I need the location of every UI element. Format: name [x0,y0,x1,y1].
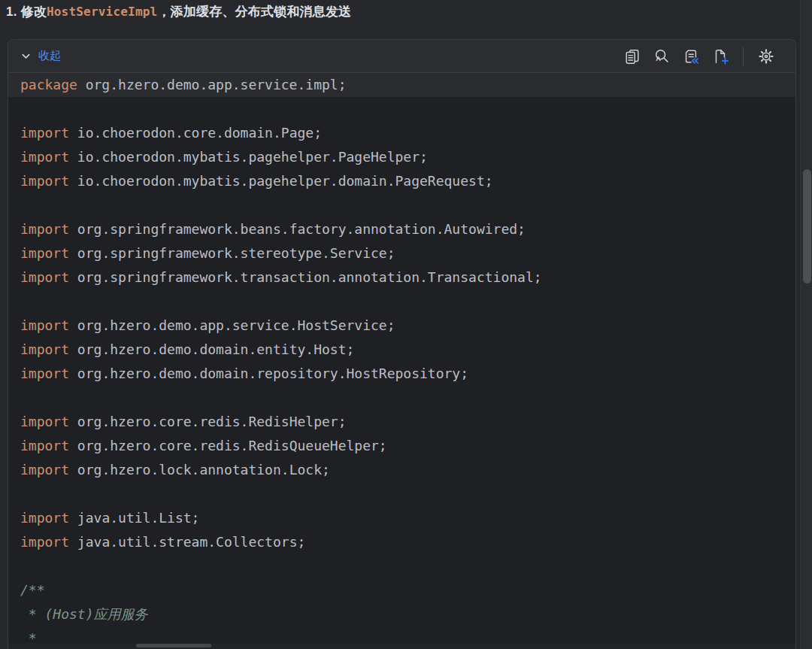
code-keyword: import [20,510,69,526]
code-line: import org.hzero.core.redis.RedisHelper; [8,410,795,434]
svg-text:A: A [656,55,661,62]
toolbar-separator [743,47,744,66]
code-line: import org.hzero.lock.annotation.Lock; [8,458,795,482]
code-line: import org.hzero.core.redis.RedisQueueHe… [8,434,795,458]
toolbar-icons: A [624,47,785,66]
code-lines: package org.hzero.demo.app.service.impl;… [8,73,795,649]
code-keyword: package [20,77,77,92]
vertical-scrollbar-track[interactable] [800,0,812,649]
code-keyword: import [20,534,69,550]
code-keyword: import [20,365,69,381]
code-line: import io.choerodon.mybatis.pagehelper.P… [8,145,795,169]
settings-gear-icon[interactable] [758,48,774,65]
collapse-label: 收起 [38,49,61,63]
code-line [8,386,795,410]
code-keyword: import [20,125,69,141]
code-line [8,193,795,217]
code-line: import org.springframework.beans.factory… [8,217,795,241]
code-line: import org.hzero.demo.domain.repository.… [8,362,795,386]
code-line: * (Host)应用服务 [8,602,795,626]
page-title-inline-code: HostServiceImpl [47,5,158,19]
code-line: package org.hzero.demo.app.service.impl; [8,73,795,97]
chevron-down-icon [20,50,32,62]
collapse-control[interactable]: 收起 [20,49,61,63]
code-keyword: import [20,462,69,478]
code-line: import java.util.List; [8,506,795,530]
code-keyword: import [20,414,69,429]
code-line: /** [8,578,795,602]
insert-into-editor-icon[interactable] [683,48,699,65]
code-line: import org.hzero.demo.app.service.HostSe… [8,314,795,338]
code-keyword: import [20,173,69,189]
page-title: 1. 修改HostServiceImpl，添加缓存、分布式锁和消息发送 [6,3,351,20]
code-line: import io.choerodon.mybatis.pagehelper.d… [8,169,795,193]
horizontal-scrollbar-track [8,643,795,649]
page-title-prefix: 1. 修改 [6,5,47,19]
code-line: import java.util.stream.Collectors; [8,530,795,554]
copy-icon[interactable] [624,48,641,65]
code-line: import io.choerodon.core.domain.Page; [8,121,795,145]
code-line: import org.hzero.demo.domain.entity.Host… [8,338,795,362]
new-file-icon[interactable] [712,48,729,65]
code-keyword: import [20,149,69,165]
find-icon[interactable]: A [653,48,670,65]
code-block-panel: 收起 A [8,39,796,649]
code-line: import org.springframework.transaction.a… [8,265,795,290]
code-line [8,97,795,121]
vertical-scrollbar-thumb[interactable] [803,169,811,284]
code-keyword: import [20,221,69,237]
code-keyword: import [20,269,69,285]
page-title-suffix: ，添加缓存、分布式锁和消息发送 [157,5,351,19]
code-keyword: import [20,438,69,453]
code-keyword: import [20,317,69,333]
code-line: import org.springframework.stereotype.Se… [8,241,795,265]
horizontal-scrollbar-thumb[interactable] [136,644,211,647]
code-block-toolbar: 收起 A [8,40,795,73]
code-editor-viewport: package org.hzero.demo.app.service.impl;… [8,73,795,649]
code-keyword: import [20,341,69,357]
code-line [8,482,795,506]
code-keyword: import [20,245,69,261]
code-line [8,290,795,314]
code-line [8,554,795,578]
